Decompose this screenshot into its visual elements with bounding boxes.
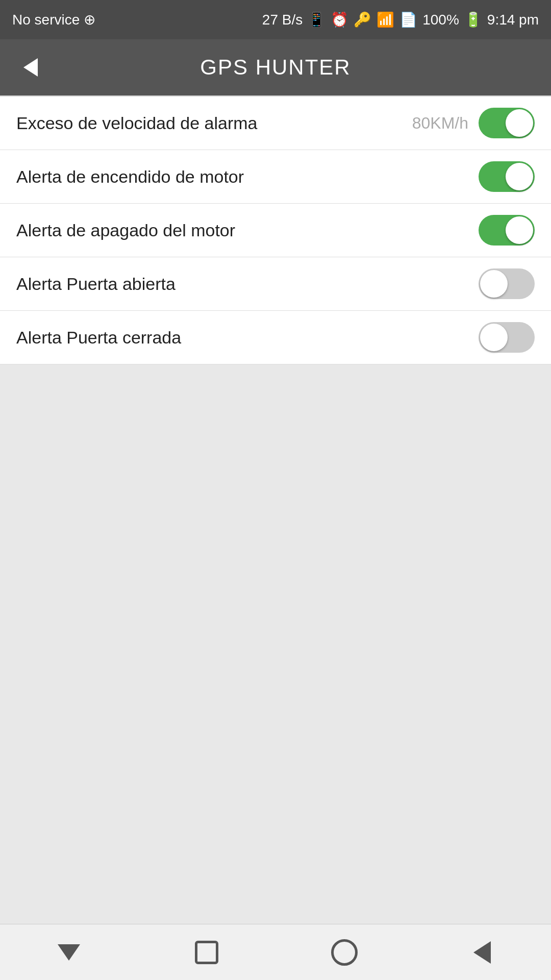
settings-list: Exceso de velocidad de alarma 80KM/h Ale… <box>0 96 551 364</box>
back-button[interactable] <box>15 52 46 83</box>
setting-row-engine-off: Alerta de apagado del motor <box>0 204 551 257</box>
setting-label-engine-off: Alerta de apagado del motor <box>16 220 235 240</box>
toggle-engine-off[interactable] <box>479 215 535 246</box>
setting-row-engine-on: Alerta de encendido de motor <box>0 150 551 204</box>
nav-back-button[interactable] <box>462 932 503 973</box>
key-icon: 🔑 <box>354 11 371 28</box>
setting-row-speed-alarm: Exceso de velocidad de alarma 80KM/h <box>0 96 551 150</box>
setting-right-door-open <box>479 268 535 299</box>
circle-icon <box>331 939 358 966</box>
sim-icon: 📱 <box>308 11 325 28</box>
toggle-thumb-engine-off <box>506 216 533 244</box>
app-title: GPS HUNTER <box>46 55 505 80</box>
toggle-thumb-engine-on <box>506 163 533 190</box>
back-triangle-icon <box>473 941 491 964</box>
setting-label-speed-alarm: Exceso de velocidad de alarma <box>16 113 258 133</box>
setting-label-engine-on: Alerta de encendido de motor <box>16 167 244 187</box>
toggle-thumb-door-open <box>480 270 508 298</box>
setting-right-door-closed <box>479 322 535 353</box>
toggle-engine-on[interactable] <box>479 161 535 192</box>
status-left: No service ⊕ <box>12 11 95 28</box>
data-speed: 27 B/s <box>262 12 303 28</box>
toggle-thumb-door-closed <box>480 324 508 351</box>
setting-right-engine-on <box>479 161 535 192</box>
speed-value: 80KM/h <box>412 114 468 133</box>
status-bar: No service ⊕ 27 B/s 📱 ⏰ 🔑 📶 📄 100% 🔋 9:1… <box>0 0 551 39</box>
toggle-speed-alarm[interactable] <box>479 108 535 138</box>
setting-label-door-closed: Alerta Puerta cerrada <box>16 328 181 348</box>
setting-right-engine-off <box>479 215 535 246</box>
battery-doc-icon: 📄 <box>399 11 417 28</box>
setting-row-door-open: Alerta Puerta abierta <box>0 257 551 311</box>
wifi-icon: 📶 <box>377 11 394 28</box>
setting-label-door-open: Alerta Puerta abierta <box>16 274 176 294</box>
toggle-thumb-speed-alarm <box>506 109 533 137</box>
setting-right-speed-alarm: 80KM/h <box>412 108 535 138</box>
battery-icon: 🔋 <box>464 11 482 28</box>
setting-row-door-closed: Alerta Puerta cerrada <box>0 311 551 364</box>
nav-home-button[interactable] <box>324 932 365 973</box>
empty-area <box>0 364 551 924</box>
app-bar: GPS HUNTER <box>0 39 551 95</box>
down-arrow-icon <box>58 944 80 961</box>
bottom-nav <box>0 924 551 980</box>
usb-icon: ⊕ <box>84 11 95 28</box>
nav-down-button[interactable] <box>48 932 89 973</box>
time-display: 9:14 pm <box>487 12 539 28</box>
battery-percent: 100% <box>422 12 459 28</box>
toggle-door-open[interactable] <box>479 268 535 299</box>
toggle-door-closed[interactable] <box>479 322 535 353</box>
nav-square-button[interactable] <box>186 932 227 973</box>
square-icon <box>195 941 218 964</box>
status-right: 27 B/s 📱 ⏰ 🔑 📶 📄 100% 🔋 9:14 pm <box>262 11 539 28</box>
alarm-icon: ⏰ <box>331 11 348 28</box>
no-service-text: No service <box>12 12 80 28</box>
back-arrow-icon <box>23 58 38 77</box>
